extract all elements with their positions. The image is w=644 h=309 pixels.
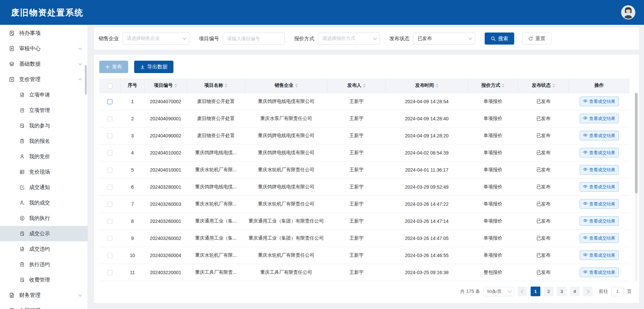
cell-publisher: 王新宇 <box>327 110 386 127</box>
page-button-2[interactable]: 2 <box>544 287 553 296</box>
goto-page-input[interactable] <box>611 287 624 296</box>
cell-status: 已发布 <box>518 247 569 264</box>
row-checkbox[interactable] <box>107 270 112 275</box>
sort-icon[interactable] <box>295 84 298 87</box>
table-card: 发布 导出数据 序号项目编号项目名称销售企业发布人发布时间报价方式发布状态操作 … <box>94 55 639 303</box>
row-checkbox[interactable] <box>107 185 112 190</box>
view-deal-result-button[interactable]: 查看成交结果 <box>580 250 619 260</box>
sidebar-item-7[interactable]: 我的报名 <box>0 133 88 149</box>
sidebar-item-15[interactable]: 执行违约 <box>0 257 88 272</box>
sidebar-item-8[interactable]: 我的竞价 <box>0 149 88 164</box>
view-deal-result-button[interactable]: 查看成交结果 <box>580 199 619 209</box>
my-signup-icon <box>19 138 25 144</box>
page-size-value: 50条/页 <box>487 289 506 295</box>
view-deal-result-button[interactable]: 查看成交结果 <box>580 216 619 226</box>
row-checkbox[interactable] <box>107 150 112 156</box>
column-header-3[interactable]: 销售企业 <box>245 78 327 93</box>
seller-select[interactable]: 请选择销售企业 <box>122 33 190 45</box>
my-execution-icon <box>19 215 25 221</box>
column-header-4[interactable]: 发布人 <box>327 78 386 93</box>
column-header-5[interactable]: 发布时间 <box>386 78 468 93</box>
sidebar-item-9[interactable]: 竞价现场 <box>0 164 88 180</box>
user-avatar[interactable] <box>621 5 635 19</box>
search-button[interactable]: 搜索 <box>485 33 514 45</box>
sort-icon[interactable] <box>552 84 555 87</box>
eye-icon <box>583 201 588 206</box>
sidebar-item-4[interactable]: 立项申请 <box>0 87 88 103</box>
chevron-down-icon <box>78 61 82 65</box>
view-deal-result-button[interactable]: 查看成交结果 <box>580 233 619 243</box>
row-checkbox[interactable] <box>107 202 112 207</box>
publish-button[interactable]: 发布 <box>99 61 128 73</box>
prev-page-button[interactable] <box>518 287 527 296</box>
sidebar-item-18[interactable]: 合同管理 <box>0 303 88 309</box>
sidebar-item-5[interactable]: 立项管理 <box>0 103 88 118</box>
cell-project-no: 202403260004 <box>144 247 186 264</box>
column-header-6[interactable]: 报价方式 <box>468 78 518 93</box>
page-button-1[interactable]: 1 <box>531 287 540 296</box>
row-checkbox[interactable] <box>107 236 112 241</box>
table-body: 1202404070002废旧物资公开处置重庆鸽牌电线电缆有限公司王新宇2024… <box>99 93 630 281</box>
view-deal-result-button[interactable]: 查看成交结果 <box>580 114 619 123</box>
sidebar-item-2[interactable]: 基础数据 <box>0 56 88 72</box>
sidebar-item-16[interactable]: 收费管理 <box>0 272 88 288</box>
sidebar-item-10[interactable]: 成交通知 <box>0 180 88 195</box>
quote-type-select[interactable]: 请选择报价方式 <box>318 33 380 45</box>
reset-button-label: 重置 <box>535 36 545 42</box>
view-deal-result-button[interactable]: 查看成交结果 <box>580 267 619 277</box>
sidebar-item-6[interactable]: 我的参与 <box>0 118 88 133</box>
select-all-checkbox[interactable] <box>107 83 112 88</box>
column-header-7[interactable]: 发布状态 <box>518 78 569 93</box>
table-scrollbar[interactable] <box>635 93 638 281</box>
sidebar-scrollbar-thumb[interactable] <box>85 65 87 95</box>
sort-icon[interactable] <box>225 84 227 87</box>
row-checkbox[interactable] <box>107 219 112 224</box>
row-checkbox[interactable] <box>107 253 112 258</box>
table-scrollbar-thumb[interactable] <box>635 93 638 193</box>
next-page-button[interactable] <box>583 287 593 296</box>
view-deal-result-button[interactable]: 查看成交结果 <box>580 165 619 175</box>
my-bidding-icon <box>19 154 25 159</box>
page-button-4[interactable]: 4 <box>570 287 580 296</box>
row-checkbox[interactable] <box>107 116 112 121</box>
sidebar-item-14[interactable]: 成交违约 <box>0 241 88 257</box>
goto-label: 前往 <box>599 289 608 295</box>
column-header-1[interactable]: 项目编号 <box>144 78 186 93</box>
reset-button[interactable]: 重置 <box>522 33 551 45</box>
row-checkbox[interactable] <box>107 168 112 173</box>
export-button[interactable]: 导出数据 <box>134 61 173 73</box>
view-deal-result-button[interactable]: 查看成交结果 <box>580 182 619 192</box>
chevron-right-icon <box>585 290 589 293</box>
eye-icon <box>583 270 588 275</box>
sidebar-item-label: 立项管理 <box>29 107 50 114</box>
row-checkbox[interactable] <box>107 99 112 104</box>
sidebar-item-0[interactable]: 待办事项 <box>0 25 88 41</box>
project-no-input[interactable] <box>223 33 285 45</box>
sidebar-item-13[interactable]: 成交公示 <box>0 226 88 241</box>
eye-icon <box>583 150 588 155</box>
sidebar-item-12[interactable]: 我的执行 <box>0 210 88 226</box>
cell-publish-time: 2024-04-09 14:28:40 <box>386 110 468 127</box>
sort-icon[interactable] <box>502 84 504 87</box>
publish-status-select[interactable]: 已发布 <box>413 33 475 45</box>
page-size-select[interactable]: 50条/页 <box>483 287 514 296</box>
view-deal-result-button[interactable]: 查看成交结果 <box>580 97 619 106</box>
sidebar-item-17[interactable]: 财务管理 <box>0 288 88 303</box>
cell-seller: 重庆鸽牌电线电缆有限公司 <box>245 93 327 110</box>
table-row: 11202403220001重庆工具厂有限责...重庆工具厂有限责任公司王新宇2… <box>99 264 630 281</box>
chevron-up-icon <box>78 78 82 82</box>
row-checkbox[interactable] <box>107 133 112 138</box>
sidebar-item-1[interactable]: 审核中心 <box>0 41 88 56</box>
page-button-3[interactable]: 3 <box>557 287 567 296</box>
view-deal-result-button[interactable]: 查看成交结果 <box>580 131 619 140</box>
cell-project-name: 重庆水轮机厂有限... <box>187 195 245 212</box>
table-row: 6202403280001重庆鸽牌电线电缆...重庆鸽牌电线电缆有限公司王新宇2… <box>99 178 630 195</box>
sidebar-item-11[interactable]: 我的成交 <box>0 195 88 210</box>
view-deal-result-button[interactable]: 查看成交结果 <box>580 148 619 158</box>
sort-icon[interactable] <box>363 84 366 87</box>
cell-project-name: 重庆工具厂有限责... <box>187 264 245 281</box>
column-header-2[interactable]: 项目名称 <box>187 78 245 93</box>
sort-icon[interactable] <box>436 84 438 87</box>
sort-icon[interactable] <box>174 84 177 87</box>
sidebar-item-3[interactable]: 竞价管理 <box>0 72 88 87</box>
